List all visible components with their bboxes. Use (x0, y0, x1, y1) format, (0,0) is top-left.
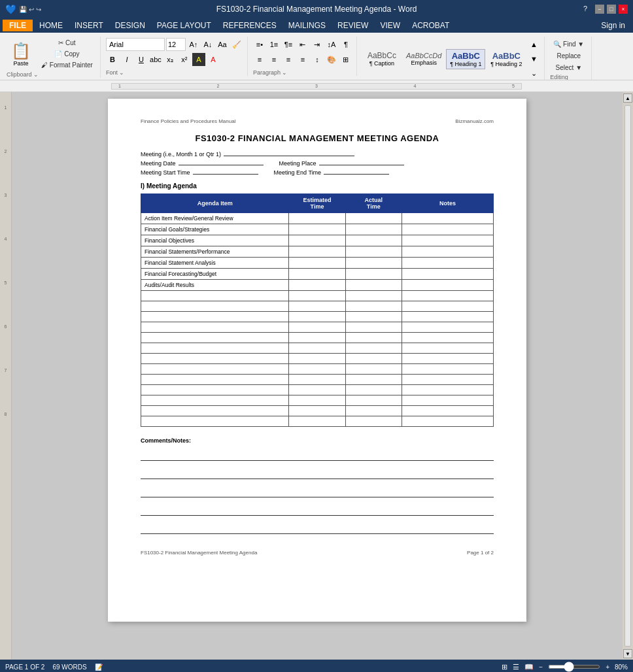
table-cell-16-3[interactable] (402, 385, 493, 395)
table-cell-19-3[interactable] (402, 416, 493, 427)
table-cell-9-1[interactable] (289, 312, 345, 322)
cut-button[interactable]: ✂ Cut (38, 38, 96, 48)
style-emphasis[interactable]: AaBbCcDd Emphasis (403, 50, 445, 68)
table-cell-11-3[interactable] (402, 333, 493, 343)
menu-acrobat[interactable]: ACROBAT (407, 20, 454, 31)
table-cell-18-3[interactable] (402, 406, 493, 416)
table-cell-1-0[interactable]: Financial Goals/Strategies (141, 224, 289, 235)
styles-scroll-up[interactable]: ▲ (527, 38, 540, 51)
table-cell-14-1[interactable] (289, 364, 345, 375)
table-cell-10-1[interactable] (289, 322, 345, 333)
table-cell-6-2[interactable] (345, 280, 402, 291)
borders-button[interactable]: ⊞ (339, 53, 352, 66)
copy-button[interactable]: 📄 Copy (38, 49, 96, 59)
italic-button[interactable]: I (120, 53, 133, 66)
table-cell-9-0[interactable] (141, 312, 289, 322)
table-cell-18-1[interactable] (289, 406, 345, 416)
table-cell-8-0[interactable] (141, 301, 289, 312)
help-icon[interactable]: ? (583, 5, 587, 14)
text-highlight-button[interactable]: A (192, 53, 205, 66)
menu-page-layout[interactable]: PAGE LAYOUT (152, 20, 216, 31)
table-cell-18-0[interactable] (141, 406, 289, 416)
find-button[interactable]: 🔍 Find ▼ (550, 39, 587, 49)
paste-button[interactable]: 📋 Paste (7, 40, 35, 69)
table-cell-6-0[interactable]: Audits/Audit Results (141, 280, 289, 291)
table-cell-4-1[interactable] (289, 258, 345, 269)
align-left-button[interactable]: ≡ (253, 53, 266, 66)
layout-web-button[interactable]: ☰ (513, 663, 519, 671)
table-cell-15-3[interactable] (402, 375, 493, 385)
superscript-button[interactable]: x² (178, 53, 191, 66)
table-cell-2-3[interactable] (402, 235, 493, 246)
table-cell-15-0[interactable] (141, 375, 289, 385)
menu-references[interactable]: REFERENCES (218, 20, 282, 31)
zoom-out-button[interactable]: − (539, 664, 543, 671)
menu-review[interactable]: REVIEW (332, 20, 373, 31)
font-name-input[interactable]: Arial (106, 38, 165, 51)
sort-button[interactable]: ↕A (325, 38, 338, 51)
meeting-start-line[interactable] (193, 174, 258, 175)
table-cell-7-0[interactable] (141, 291, 289, 301)
menu-mailings[interactable]: MAILINGS (283, 20, 331, 31)
styles-expand[interactable]: ⌄ (527, 67, 540, 80)
comment-line-5[interactable] (141, 521, 494, 534)
table-cell-13-2[interactable] (345, 354, 402, 364)
table-cell-14-0[interactable] (141, 364, 289, 375)
multilevel-button[interactable]: ¶≡ (282, 38, 295, 51)
table-cell-0-3[interactable] (402, 213, 493, 224)
meeting-end-line[interactable] (324, 174, 389, 175)
bullets-button[interactable]: ≡• (253, 38, 266, 51)
table-cell-9-3[interactable] (402, 312, 493, 322)
meeting-line-1[interactable] (224, 156, 354, 156)
table-cell-1-1[interactable] (289, 224, 345, 235)
style-heading2[interactable]: AaBbC ¶ Heading 2 (487, 49, 526, 69)
underline-button[interactable]: U (135, 53, 148, 66)
table-cell-8-2[interactable] (345, 301, 402, 312)
table-cell-5-3[interactable] (402, 269, 493, 280)
table-cell-19-1[interactable] (289, 416, 345, 427)
table-cell-12-1[interactable] (289, 343, 345, 354)
font-grow-button[interactable]: A↑ (187, 38, 200, 51)
menu-insert[interactable]: INSERT (69, 20, 109, 31)
font-size-input[interactable]: 12 (166, 38, 186, 51)
table-cell-14-3[interactable] (402, 364, 493, 375)
table-cell-8-3[interactable] (402, 301, 493, 312)
zoom-in-button[interactable]: + (606, 664, 609, 671)
table-cell-17-3[interactable] (402, 395, 493, 406)
table-cell-10-0[interactable] (141, 322, 289, 333)
table-cell-2-2[interactable] (345, 235, 402, 246)
table-cell-11-2[interactable] (345, 333, 402, 343)
table-cell-0-0[interactable]: Action Item Review/General Review (141, 213, 289, 224)
table-cell-11-1[interactable] (289, 333, 345, 343)
table-cell-19-0[interactable] (141, 416, 289, 427)
scroll-up-button[interactable]: ▲ (623, 93, 632, 103)
table-cell-8-1[interactable] (289, 301, 345, 312)
table-cell-12-0[interactable] (141, 343, 289, 354)
table-cell-3-1[interactable] (289, 246, 345, 258)
table-cell-10-3[interactable] (402, 322, 493, 333)
minimize-button[interactable]: − (595, 5, 604, 14)
table-cell-9-2[interactable] (345, 312, 402, 322)
comment-line-3[interactable] (141, 484, 494, 497)
table-cell-11-0[interactable] (141, 333, 289, 343)
decrease-indent-button[interactable]: ⇤ (296, 38, 309, 51)
shading-button[interactable]: 🎨 (325, 53, 338, 66)
show-marks-button[interactable]: ¶ (339, 38, 352, 51)
menu-home[interactable]: HOME (34, 20, 68, 31)
table-cell-3-2[interactable] (345, 246, 402, 258)
table-cell-16-1[interactable] (289, 385, 345, 395)
table-cell-16-0[interactable] (141, 385, 289, 395)
font-color-button[interactable]: A (207, 53, 220, 66)
table-cell-12-2[interactable] (345, 343, 402, 354)
sign-in[interactable]: Sign in (596, 20, 630, 31)
comment-line-2[interactable] (141, 466, 494, 479)
table-cell-7-2[interactable] (345, 291, 402, 301)
table-cell-6-1[interactable] (289, 280, 345, 291)
format-painter-button[interactable]: 🖌 Format Painter (38, 60, 96, 70)
menu-view[interactable]: VIEW (375, 20, 405, 31)
scroll-down-button[interactable]: ▼ (623, 649, 632, 658)
table-cell-19-2[interactable] (345, 416, 402, 427)
table-cell-17-0[interactable] (141, 395, 289, 406)
table-cell-17-1[interactable] (289, 395, 345, 406)
table-cell-3-0[interactable]: Financial Statements/Performance (141, 246, 289, 258)
